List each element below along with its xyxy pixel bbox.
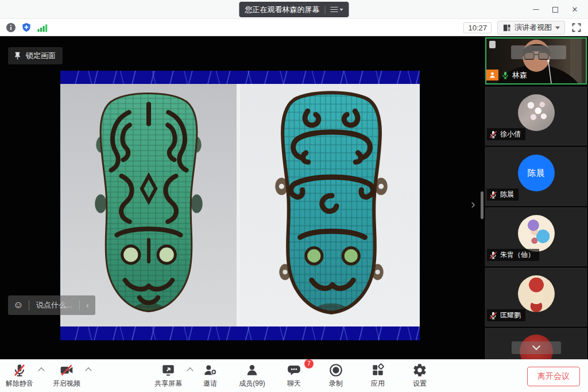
audio-options-caret[interactable]: [38, 367, 44, 374]
share-screen-icon: [161, 363, 176, 378]
participant-label: 匡耀鹏: [487, 309, 525, 321]
window-controls: ✕: [526, 0, 585, 19]
record-icon: [328, 363, 343, 378]
participant-name: 陈晨: [500, 190, 514, 199]
meeting-toolbar: 10:27 演讲者视图: [0, 19, 588, 36]
close-button[interactable]: ✕: [565, 0, 585, 19]
participant-name: 朱胄（伷）: [500, 250, 535, 260]
members-icon: [245, 363, 260, 378]
watching-banner: 您正在观看林森的屏幕: [239, 2, 349, 17]
apps-label: 应用: [371, 379, 385, 389]
mic-muted-icon: [489, 312, 497, 320]
share-screen-button[interactable]: 共享屏幕: [153, 363, 183, 389]
gear-icon: [412, 363, 427, 378]
view-mode-label: 演讲者视图: [514, 22, 552, 33]
banner-divider: [325, 6, 326, 14]
participant-tile-xuxiaoqian[interactable]: 徐小倩: [485, 87, 587, 145]
minimize-button[interactable]: [526, 0, 546, 19]
slide-top-band: [60, 71, 420, 84]
mic-muted-icon: [489, 251, 497, 259]
apps-grid-icon: [370, 363, 385, 378]
start-video-label: 开启视频: [53, 379, 80, 389]
invite-button[interactable]: 邀请: [195, 363, 225, 389]
participants-sidebar: 林森 徐小倩: [484, 36, 588, 359]
apps-button[interactable]: 应用: [363, 363, 393, 389]
lock-view-label: 锁定画面: [26, 51, 56, 61]
chevron-down-icon: [340, 9, 343, 11]
chat-bubble-icon: [287, 363, 301, 378]
menu-icon: [331, 7, 338, 12]
meeting-info-icon[interactable]: [6, 22, 16, 33]
participant-label: 徐小倩: [487, 128, 525, 140]
mic-muted-icon: [12, 363, 27, 378]
members-button[interactable]: 成员(99): [237, 363, 267, 389]
leave-meeting-button[interactable]: 离开会议: [527, 367, 580, 386]
avatar: [518, 275, 555, 312]
participant-tile-linsen[interactable]: 林森: [485, 37, 587, 84]
participant-name: 徐小倩: [500, 129, 521, 139]
chat-unread-badge: 7: [304, 359, 314, 368]
control-bar: 解除静音 开启视频 共享屏幕: [0, 359, 588, 392]
quick-chat-input[interactable]: 说点什么...: [29, 300, 79, 310]
chevron-down-icon: [555, 26, 560, 29]
participant-tile-zhuzhou[interactable]: 朱胄（伷）: [485, 207, 587, 266]
settings-button[interactable]: 设置: [405, 363, 435, 389]
avatar: [518, 215, 555, 252]
titlebar: 您正在观看林森的屏幕 ✕: [0, 0, 588, 19]
share-options-caret[interactable]: [187, 367, 193, 374]
minimize-icon: [533, 9, 539, 10]
members-label: 成员(99): [239, 379, 265, 389]
emoji-icon[interactable]: ☺: [8, 295, 29, 315]
unmute-label: 解除静音: [6, 379, 33, 389]
artifact-photo-right: [240, 84, 420, 326]
camera-off-icon: [59, 363, 74, 378]
participant-tile-partial[interactable]: [485, 328, 587, 359]
mic-muted-icon: [489, 191, 497, 199]
artifact-photo-left: [60, 84, 237, 326]
invite-person-icon: [203, 363, 218, 378]
quick-chat-bar: ☺ 说点什么... ‹: [8, 295, 95, 315]
chevron-down-icon: [532, 342, 540, 350]
security-shield-icon[interactable]: [21, 22, 32, 33]
view-mode-button[interactable]: 演讲者视图: [497, 21, 565, 34]
slide-bottom-band: [60, 326, 420, 340]
banner-menu-button[interactable]: [331, 7, 343, 12]
chat-button[interactable]: 7 聊天: [279, 363, 309, 389]
participant-tile-chenchen[interactable]: 陈晨 陈晨: [485, 147, 587, 206]
video-options-caret[interactable]: [85, 367, 91, 374]
participant-badges: 林森: [486, 70, 527, 80]
start-video-button[interactable]: 开启视频: [52, 363, 82, 389]
pin-icon: [13, 51, 22, 60]
unmute-button[interactable]: 解除静音: [5, 363, 34, 389]
shared-screen-stage: 锁定画面 ☺ 说点什么... ‹ ›: [0, 36, 484, 359]
participant-label: 朱胄（伷）: [487, 249, 539, 261]
sidebar-collapse-button[interactable]: ›: [469, 197, 478, 213]
toolbar-left: [6, 19, 48, 36]
main-area: 锁定画面 ☺ 说点什么... ‹ ›: [0, 36, 588, 359]
turquoise-plaque-left: [72, 88, 226, 322]
participants-scroll-down-button[interactable]: [512, 341, 561, 354]
maximize-button[interactable]: [546, 0, 565, 19]
sidebar-scrollbar[interactable]: [481, 191, 483, 219]
mic-muted-icon: [489, 130, 497, 139]
slide-photos: [60, 84, 420, 326]
fullscreen-icon[interactable]: [571, 22, 582, 33]
avatar: 陈晨: [518, 155, 555, 191]
record-label: 录制: [329, 379, 343, 389]
participant-tile-kuangyaopeng[interactable]: 匡耀鹏: [485, 268, 587, 326]
participant-name: 匡耀鹏: [500, 310, 521, 320]
presenter-badge-icon: [486, 70, 498, 80]
meeting-window: 您正在观看林森的屏幕 ✕: [0, 0, 588, 392]
quick-chat-collapse-button[interactable]: ‹: [80, 295, 95, 315]
share-screen-label: 共享屏幕: [154, 379, 182, 389]
watching-banner-text: 您正在观看林森的屏幕: [245, 5, 320, 15]
lock-view-button[interactable]: 锁定画面: [8, 47, 63, 64]
settings-label: 设置: [413, 379, 427, 389]
record-button[interactable]: 录制: [321, 363, 351, 389]
mic-on-icon: [501, 71, 509, 79]
meeting-timer: 10:27: [463, 22, 492, 33]
invite-label: 邀请: [203, 379, 217, 389]
maximize-icon: [552, 7, 558, 13]
network-signal-icon[interactable]: [37, 22, 48, 33]
chat-label: 聊天: [287, 379, 301, 389]
